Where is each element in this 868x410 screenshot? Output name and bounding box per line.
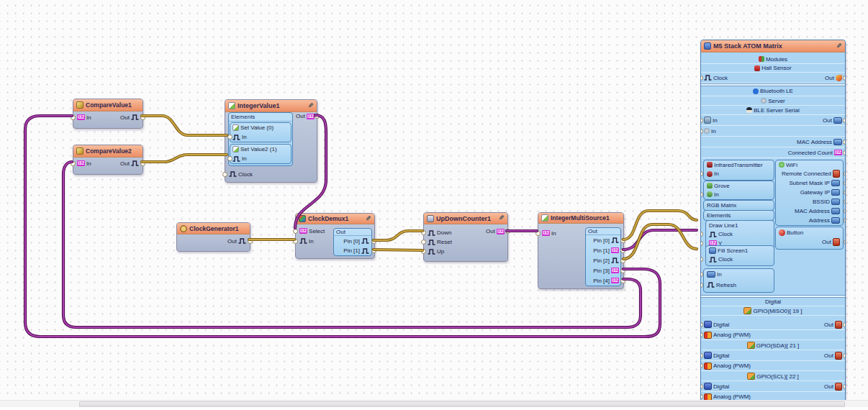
wire-cd-pin1-to-udc-up[interactable] bbox=[374, 250, 422, 250]
edit-pencil-icon[interactable]: ✎ bbox=[499, 215, 505, 222]
pin-out[interactable] bbox=[843, 118, 846, 123]
pin-up[interactable] bbox=[421, 249, 426, 254]
pin-gateway[interactable] bbox=[844, 190, 846, 195]
subbox-elements[interactable]: Elements bbox=[703, 210, 774, 221]
pin-analog[interactable] bbox=[700, 394, 703, 399]
pin-1[interactable] bbox=[371, 248, 376, 253]
wire-ims-pin2-to-fillscreen-clock[interactable] bbox=[623, 224, 697, 259]
pin-subnet-mask[interactable] bbox=[844, 181, 846, 186]
gpio-group-miso0[interactable]: GPIO(MISO0)[ 19 ] Digital Out Analog (PW… bbox=[701, 306, 845, 340]
pin-remote-connected[interactable] bbox=[844, 171, 846, 176]
block-integer-multi-source1[interactable]: IntegerMultiSource1 I32 In Out Pin [0] P… bbox=[538, 212, 624, 289]
wire-cv2-to-iv-setvalue2[interactable] bbox=[142, 155, 227, 162]
pin-in[interactable] bbox=[700, 118, 703, 123]
pin-1[interactable] bbox=[620, 248, 625, 253]
pin-analog[interactable] bbox=[700, 332, 703, 337]
pin-0[interactable] bbox=[371, 239, 376, 244]
pin-refresh[interactable] bbox=[700, 283, 703, 288]
block-header[interactable]: ClockDemux1 ✎ bbox=[296, 214, 374, 224]
wire-cv1-to-iv-setvalue0[interactable] bbox=[142, 116, 227, 135]
pin-out[interactable] bbox=[140, 161, 145, 166]
pin-4[interactable] bbox=[620, 278, 625, 283]
subbox-button[interactable]: Button Out bbox=[775, 227, 844, 250]
pin-out[interactable] bbox=[843, 384, 846, 389]
pin-3[interactable] bbox=[620, 268, 625, 273]
pin-clock[interactable] bbox=[222, 172, 227, 177]
edit-pencil-icon[interactable]: ✎ bbox=[366, 216, 371, 222]
block-header[interactable]: UpDownCounter1 ✎ bbox=[424, 213, 507, 224]
wire-ims-pin0-to-drawline-clock[interactable] bbox=[623, 211, 697, 240]
pin-out[interactable] bbox=[248, 239, 253, 244]
gpio-group-scl[interactable]: GPIO(SCL)[ 22 ] Digital Out Analog (PWM) bbox=[701, 372, 845, 402]
m5-row-modules[interactable]: Modules bbox=[701, 55, 845, 64]
pin-in[interactable] bbox=[71, 115, 76, 120]
wire-cd-pin0-to-udc-down[interactable] bbox=[374, 231, 422, 240]
pin-out[interactable] bbox=[140, 115, 145, 120]
pin-out[interactable] bbox=[505, 229, 510, 234]
visuino-design-canvas[interactable]: CompareValue1 I32 In Out CompareValue2 I… bbox=[0, 0, 868, 410]
m5-row-server[interactable]: Server bbox=[701, 96, 845, 106]
subbox-rgb-matrix[interactable]: RGB Matrix bbox=[703, 200, 774, 211]
elements-container[interactable]: Elements Set Value (0) In Set Value2 (1) bbox=[228, 112, 293, 166]
m5-row-hall-sensor[interactable]: Hall Sensor bbox=[701, 64, 845, 73]
pin-analog[interactable] bbox=[700, 363, 703, 368]
elements-header[interactable]: Elements bbox=[229, 113, 292, 122]
subbox-grove[interactable]: Grove In bbox=[703, 181, 774, 200]
pin-out[interactable] bbox=[843, 76, 846, 81]
block-header[interactable]: CompareValue1 bbox=[73, 99, 143, 111]
pin-y[interactable] bbox=[700, 241, 703, 246]
pin-out[interactable] bbox=[843, 353, 846, 358]
block-header[interactable]: CompareValue2 bbox=[73, 145, 143, 158]
edit-pencil-icon[interactable]: ✎ bbox=[836, 43, 842, 50]
element-set-value2[interactable]: Set Value2 (1) In bbox=[230, 144, 291, 164]
pin-mac-address[interactable] bbox=[843, 140, 846, 145]
pin-in[interactable] bbox=[227, 156, 232, 161]
pin-digital[interactable] bbox=[700, 353, 703, 358]
pin-down[interactable] bbox=[421, 230, 426, 235]
block-header[interactable]: M5 Stack ATOM Matrix ✎ bbox=[701, 40, 845, 53]
gpio-group-sda[interactable]: GPIO(SDA)[ 21 ] Digital Out Analog (PWM) bbox=[701, 341, 845, 371]
pin-clock[interactable] bbox=[700, 232, 703, 237]
subbox-infrared-transmitter[interactable]: InfraredTransmitter In bbox=[703, 160, 774, 181]
block-updown-counter1[interactable]: UpDownCounter1 ✎ Down Reset Up Out I32 bbox=[423, 212, 508, 262]
pin-out[interactable] bbox=[843, 322, 846, 327]
block-clock-demux1[interactable]: ClockDemux1 ✎ I32 Select In Out Pin [0] … bbox=[295, 213, 375, 259]
pin-0[interactable] bbox=[620, 238, 625, 243]
pin-in[interactable] bbox=[535, 231, 541, 236]
pin-in[interactable] bbox=[700, 129, 703, 134]
pin-out[interactable] bbox=[315, 114, 320, 119]
block-compare-value1[interactable]: CompareValue1 I32 In Out bbox=[73, 99, 143, 129]
block-header[interactable]: IntegerMultiSource1 bbox=[538, 213, 623, 224]
pin-in[interactable] bbox=[293, 239, 298, 244]
pin-in[interactable] bbox=[700, 171, 703, 176]
block-integer-value1[interactable]: IntegerValue1 ✎ Out I32 Elements Set Val… bbox=[225, 99, 317, 183]
pin-in[interactable] bbox=[227, 135, 232, 140]
subbox-wifi[interactable]: WiFi Remote Connected Subnet Mask IP Gat… bbox=[775, 160, 844, 226]
pin-in[interactable] bbox=[700, 192, 703, 197]
m5-row-bluetooth[interactable]: Bluetooth LE bbox=[701, 86, 845, 96]
edit-pencil-icon[interactable]: ✎ bbox=[308, 103, 314, 109]
pin-digital[interactable] bbox=[700, 384, 703, 389]
block-header[interactable]: IntegerValue1 ✎ bbox=[225, 100, 317, 112]
pin-in[interactable] bbox=[700, 272, 703, 277]
pin-address[interactable] bbox=[844, 218, 846, 223]
element-set-value0[interactable]: Set Value (0) In bbox=[230, 122, 291, 142]
block-compare-value2[interactable]: CompareValue2 I32 In Out bbox=[73, 145, 143, 175]
wire-ims-pin1-to-drawline-y[interactable] bbox=[623, 230, 697, 250]
pin-out[interactable] bbox=[844, 240, 846, 245]
block-header[interactable]: ClockGenerator1 bbox=[177, 223, 250, 234]
pin-2[interactable] bbox=[620, 258, 625, 263]
pin-mac-address[interactable] bbox=[844, 209, 846, 214]
block-clock-generator1[interactable]: ClockGenerator1 Out bbox=[176, 222, 250, 252]
subbox-display[interactable]: In Refresh bbox=[703, 268, 774, 293]
pin-in[interactable] bbox=[71, 161, 76, 166]
pin-connected-count[interactable] bbox=[843, 150, 846, 155]
m5-row-ble-serial[interactable]: BLE Server Serial bbox=[701, 106, 845, 115]
pin-clock[interactable] bbox=[700, 76, 703, 81]
pin-bssid[interactable] bbox=[844, 199, 846, 204]
pin-select[interactable] bbox=[293, 229, 298, 234]
subbox-fill-screen1[interactable]: Fill Screen1 Clock bbox=[705, 245, 774, 266]
pin-digital[interactable] bbox=[700, 322, 703, 327]
pin-clock[interactable] bbox=[700, 257, 703, 262]
pin-reset[interactable] bbox=[421, 240, 426, 245]
